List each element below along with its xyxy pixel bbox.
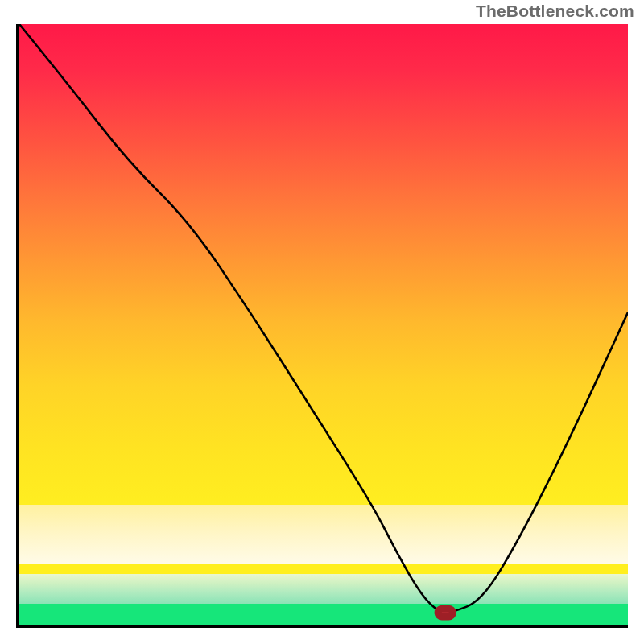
plot-area (16, 24, 628, 628)
curve-overlay (19, 24, 628, 625)
optimal-marker (438, 609, 452, 617)
watermark-text: TheBottleneck.com (476, 2, 634, 21)
chart-frame: TheBottleneck.com (0, 0, 644, 644)
bottleneck-curve-path (19, 24, 628, 613)
